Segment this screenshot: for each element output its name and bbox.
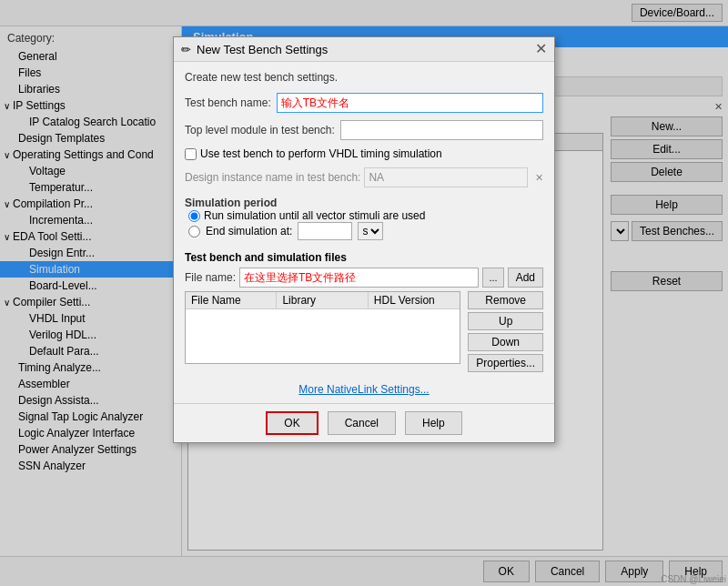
vhdl-checkbox[interactable] [185,148,197,160]
top-module-label: Top level module in test bench: [185,124,335,136]
radio2-input[interactable] [188,226,200,237]
end-sim-unit-select[interactable]: s [358,222,383,240]
remove-button[interactable]: Remove [468,291,543,309]
browse-button[interactable]: ... [482,268,503,288]
properties-button[interactable]: Properties... [468,354,543,372]
file-table: File Name Library HDL Version [185,291,460,364]
file-table-area: File Name Library HDL Version Remove Up … [185,291,543,372]
modal-body: Create new test bench settings. Test ben… [174,62,554,381]
file-side-buttons: Remove Up Down Properties... [468,291,543,372]
modal-title: ✏ New Test Bench Settings [181,43,328,56]
sim-period-section: Simulation period Run simulation until a… [185,195,543,240]
file-col2: Library [277,292,368,308]
file-name-input[interactable] [239,268,479,288]
radio1-input[interactable] [188,210,200,222]
modal-overlay: ✏ New Test Bench Settings ✕ Create new t… [0,0,728,586]
radio1-row: Run simulation until all vector stimuli … [188,209,543,222]
modal-tb-name-row: Test bench name: [185,93,543,113]
modal-vhdl-checkbox-row: Use test bench to perform VHDL timing si… [185,147,543,160]
more-settings-link[interactable]: More NativeLink Settings... [185,383,543,396]
more-settings-row: More NativeLink Settings... [174,383,554,399]
files-section: Test bench and simulation files File nam… [185,248,543,372]
design-instance-input [364,167,528,187]
modal-ok-button[interactable]: OK [266,411,318,435]
file-name-row: File name: ... Add [185,268,543,288]
sim-period-label: Simulation period [185,197,543,209]
modal-close-button[interactable]: ✕ [535,42,547,56]
end-sim-value-input[interactable] [298,222,352,240]
modal-pencil-icon: ✏ [181,43,191,56]
down-button[interactable]: Down [468,333,543,351]
tb-name-input[interactable] [277,93,543,113]
main-window: Device/Board... Category: General Files … [0,0,728,586]
up-button[interactable]: Up [468,312,543,330]
files-section-label: Test bench and simulation files [185,251,543,264]
modal-design-instance-row: Design instance name in test bench: ✕ [185,167,543,187]
radio2-row: End simulation at: s [188,222,543,240]
tb-name-label: Test bench name: [185,96,271,109]
vhdl-checkbox-label: Use test bench to perform VHDL timing si… [200,147,442,160]
modal-help-button[interactable]: Help [405,411,462,435]
modal-dialog: ✏ New Test Bench Settings ✕ Create new t… [173,36,555,443]
modal-titlebar: ✏ New Test Bench Settings ✕ [174,37,554,62]
file-name-label: File name: [185,271,236,284]
modal-title-text: New Test Bench Settings [197,43,328,56]
modal-cancel-button[interactable]: Cancel [328,411,396,435]
modal-description: Create new test bench settings. [185,71,543,84]
top-module-input[interactable] [340,120,543,140]
modal-top-module-row: Top level module in test bench: [185,120,543,140]
file-col3: HDL Version [369,292,460,308]
file-col1: File Name [186,292,277,308]
radio2-label: End simulation at: [206,225,292,237]
file-table-header: File Name Library HDL Version [186,292,460,309]
close-x3: ✕ [535,172,543,184]
add-file-button[interactable]: Add [508,268,543,288]
modal-footer: OK Cancel Help [174,403,554,442]
radio1-label: Run simulation until all vector stimuli … [204,209,425,222]
design-instance-label: Design instance name in test bench: [185,171,360,184]
